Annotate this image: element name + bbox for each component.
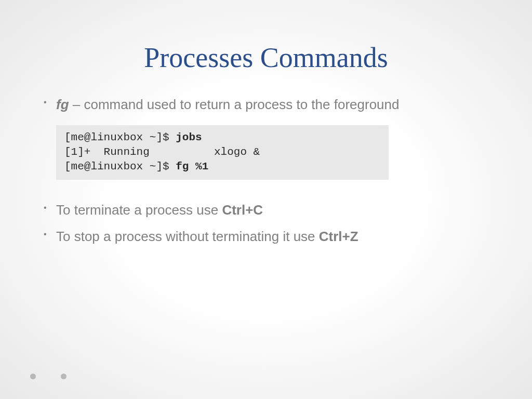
slide-content: fg – command used to return a process to… [31, 95, 501, 247]
shortcut-label: Ctrl+Z [319, 229, 358, 244]
footer-decoration [30, 374, 66, 379]
shortcut-label: Ctrl+C [222, 202, 263, 218]
command-text: jobs [176, 131, 202, 143]
prompt-text: [me@linuxbox ~]$ [64, 131, 176, 143]
terminal-code-block: [me@linuxbox ~]$ jobs [1]+ Runningxlogo … [56, 125, 389, 180]
dot-icon [30, 374, 36, 379]
slide: Processes Commands fg – command used to … [0, 0, 532, 399]
prompt-text: [me@linuxbox ~]$ [64, 161, 176, 172]
slide-title: Processes Commands [31, 42, 501, 74]
command-text: fg %1 [176, 161, 208, 172]
bullet-item-terminate: To terminate a process use Ctrl+C [42, 201, 490, 220]
job-status-text: [1]+ Running [64, 145, 214, 159]
bullet-text: – command used to return a process to th… [69, 97, 400, 112]
fg-command-label: fg [56, 97, 69, 112]
bullet-item-stop: To stop a process without terminating it… [42, 227, 490, 247]
job-name-text: xlogo & [214, 145, 380, 159]
dot-icon [61, 374, 66, 379]
bullet-list: fg – command used to return a process to… [42, 95, 490, 115]
bullet-item-fg: fg – command used to return a process to… [42, 95, 490, 115]
bullet-text: To terminate a process use [56, 202, 222, 218]
bullet-list: To terminate a process use Ctrl+C To sto… [42, 201, 490, 247]
bullet-text: To stop a process without terminating it… [56, 229, 319, 244]
